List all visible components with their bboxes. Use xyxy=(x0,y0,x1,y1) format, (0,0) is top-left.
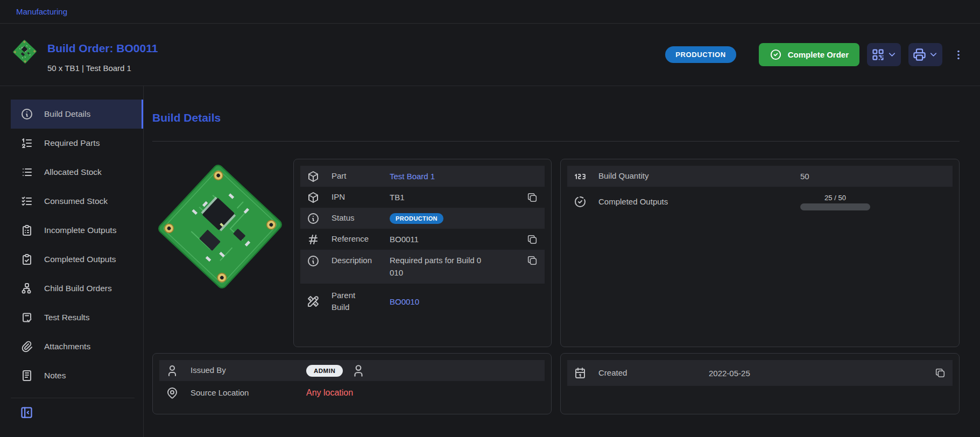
created-value: 2022-05-25 xyxy=(709,369,930,378)
breadcrumb-link-manufacturing[interactable]: Manufacturing xyxy=(16,7,67,16)
sidebar-item-label: Incomplete Outputs xyxy=(44,225,116,235)
circle-check-icon xyxy=(770,48,782,61)
main-panel: Build Details Part Test Board 1 IPN xyxy=(144,86,980,437)
progress: 25 / 50 xyxy=(800,194,870,210)
header-actions: PRODUCTION Complete Order xyxy=(665,43,966,66)
sidebar-item-label: Completed Outputs xyxy=(44,255,116,264)
file-check-icon xyxy=(20,311,33,324)
complete-order-label: Complete Order xyxy=(788,50,849,59)
ipn-value: TB1 xyxy=(390,193,522,202)
sidebar-item-label: Child Build Orders xyxy=(44,284,112,293)
map-pin-icon xyxy=(166,386,179,399)
sidebar-collapse-icon xyxy=(19,405,34,420)
details-left-group: Part Test Board 1 IPN TB1 Status xyxy=(152,159,552,347)
progress-label: 25 / 50 xyxy=(824,194,846,202)
status-value: PRODUCTION xyxy=(390,213,538,224)
source-location-value[interactable]: Any location xyxy=(306,388,538,398)
info-circle-icon xyxy=(307,255,320,267)
sidebar-item-label: Allocated Stock xyxy=(44,167,102,177)
printer-icon xyxy=(912,47,927,62)
chevron-down-icon xyxy=(887,50,897,60)
reference-value: BO0011 xyxy=(390,235,522,244)
barcode-actions-button[interactable] xyxy=(867,43,901,66)
build-details-card: Part Test Board 1 IPN TB1 Status xyxy=(293,159,552,347)
print-actions-button[interactable] xyxy=(908,43,942,66)
notes-icon xyxy=(20,369,33,382)
detail-label: Status xyxy=(332,212,390,224)
detail-row-issued-by: Issued By ADMIN xyxy=(159,360,545,381)
detail-row-description: Description Required parts for Build 001… xyxy=(300,250,545,284)
detail-row-created: Created 2022-05-25 xyxy=(567,360,953,386)
issued-by-value: ADMIN xyxy=(306,364,538,378)
chevron-down-icon xyxy=(928,50,939,60)
sidebar-item-incomplete-outputs[interactable]: Incomplete Outputs xyxy=(11,216,143,245)
part-image-graphic xyxy=(152,159,288,294)
sidebar-item-consumed-stock[interactable]: Consumed Stock xyxy=(11,187,143,216)
content-layout: Build Details Required Parts Allocated S… xyxy=(0,86,980,437)
paperclip-icon xyxy=(20,340,33,353)
page-header: Build Order: BO0011 50 x TB1 | Test Boar… xyxy=(0,24,980,86)
header-left: Build Order: BO0011 50 x TB1 | Test Boar… xyxy=(12,37,158,73)
copy-button[interactable] xyxy=(526,192,538,203)
copy-icon xyxy=(526,192,538,203)
detail-label: Created xyxy=(598,367,709,379)
status-badge: PRODUCTION xyxy=(665,46,736,63)
info-circle-icon xyxy=(20,108,33,121)
sitemap-icon xyxy=(20,282,33,295)
sidebar-item-test-results[interactable]: Test Results xyxy=(11,303,143,332)
sidebar-item-completed-outputs[interactable]: Completed Outputs xyxy=(11,245,143,274)
sidebar-collapse-button[interactable] xyxy=(19,405,36,420)
detail-row-reference: Reference BO0011 xyxy=(300,229,545,250)
detail-label: Completed Outputs xyxy=(598,196,800,208)
numbers-123-icon xyxy=(574,170,587,183)
detail-row-status: Status PRODUCTION xyxy=(300,208,545,229)
completed-outputs-value: 25 / 50 xyxy=(800,194,946,210)
complete-order-button[interactable]: Complete Order xyxy=(759,43,859,66)
panel-heading: Build Details xyxy=(152,111,960,125)
detail-label: Part xyxy=(332,170,390,182)
copy-button[interactable] xyxy=(934,367,946,379)
copy-button[interactable] xyxy=(526,255,538,266)
header-titles: Build Order: BO0011 50 x TB1 | Test Boar… xyxy=(47,39,158,73)
clipboard-check-icon xyxy=(20,253,33,266)
part-link[interactable]: Test Board 1 xyxy=(390,172,538,181)
page-subtitle: 50 x TB1 | Test Board 1 xyxy=(47,64,158,73)
sidebar-item-label: Consumed Stock xyxy=(44,196,108,206)
part-image[interactable] xyxy=(152,159,288,347)
sidebar-item-notes[interactable]: Notes xyxy=(11,361,143,390)
detail-row-completed-outputs: Completed Outputs 25 / 50 xyxy=(567,187,953,217)
user-icon xyxy=(166,364,179,377)
description-value: Required parts for Build 0010 xyxy=(390,255,522,279)
page-title: Build Order: BO0011 xyxy=(47,42,158,55)
sidebar-item-allocated-stock[interactable]: Allocated Stock xyxy=(11,158,143,187)
box-icon xyxy=(307,191,320,204)
issue-card: Issued By ADMIN Source Location Any loca… xyxy=(152,353,552,414)
more-actions-button[interactable] xyxy=(951,46,966,64)
detail-label: IPN xyxy=(332,191,390,203)
list-icon xyxy=(20,166,33,179)
detail-label: Issued By xyxy=(191,364,306,377)
copy-icon xyxy=(934,367,946,379)
sidebar-item-build-details[interactable]: Build Details xyxy=(11,100,143,129)
detail-label: Source Location xyxy=(191,387,306,399)
parent-build-link[interactable]: BO0010 xyxy=(390,297,538,306)
sidebar-divider xyxy=(11,398,135,398)
sidebar-item-label: Notes xyxy=(44,371,66,380)
panel-divider xyxy=(152,141,960,142)
sidebar-item-child-build-orders[interactable]: Child Build Orders xyxy=(11,274,143,303)
sidebar-item-label: Attachments xyxy=(44,342,90,351)
copy-icon xyxy=(526,234,538,245)
progress-bar xyxy=(800,203,870,210)
breadcrumb: Manufacturing xyxy=(0,0,980,24)
user-badge: ADMIN xyxy=(306,365,343,377)
sidebar-item-required-parts[interactable]: Required Parts xyxy=(11,129,143,158)
copy-button[interactable] xyxy=(526,234,538,245)
created-card: Created 2022-05-25 xyxy=(560,353,960,414)
detail-label: Description xyxy=(332,255,390,267)
box-icon xyxy=(307,170,320,183)
detail-row-source-location: Source Location Any location xyxy=(159,381,545,405)
build-quantity-card: Build Quantity 50 Completed Outputs 25 /… xyxy=(560,159,960,347)
tools-icon xyxy=(307,295,320,308)
details-grid: Part Test Board 1 IPN TB1 Status xyxy=(152,159,960,414)
sidebar-item-attachments[interactable]: Attachments xyxy=(11,332,143,361)
